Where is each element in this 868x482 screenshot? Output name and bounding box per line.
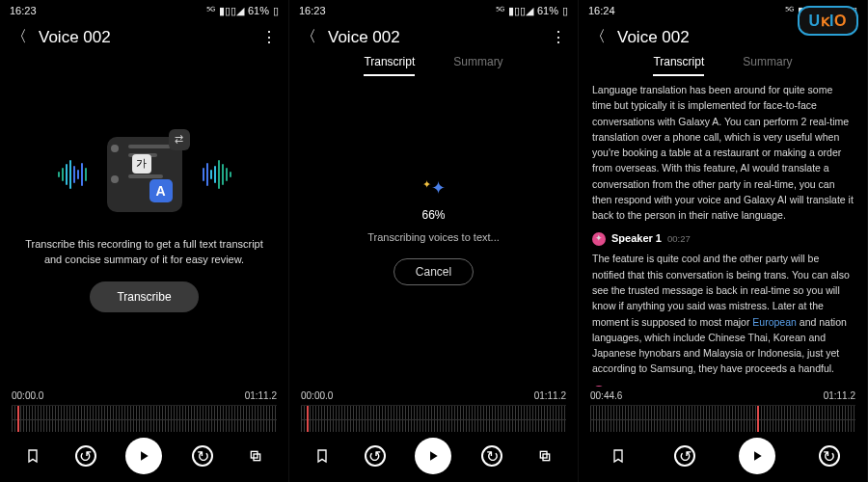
- transcript-segment: The feature is quite cool and the other …: [592, 251, 854, 376]
- status-signal-icon: ▮▯▯◢: [508, 5, 533, 17]
- speaker-header: ✦ Speaker 1 00:27: [592, 230, 854, 247]
- timeline[interactable]: 00:44.6 01:11.2: [579, 387, 867, 432]
- player-controls: [579, 432, 867, 482]
- play-button[interactable]: [125, 438, 162, 474]
- status-battery-icon: ▯: [273, 5, 279, 17]
- header: 〈 Voice 002 ⋮: [0, 21, 288, 51]
- tab-transcript[interactable]: Transcript: [653, 55, 704, 76]
- status-battery-icon: ▯: [562, 5, 568, 17]
- status-time: 16:23: [299, 5, 326, 16]
- transcript-intro: Language translation has been around for…: [592, 82, 854, 223]
- status-battery-text: 61%: [537, 5, 558, 16]
- progress-label: Transcribing voices to text...: [367, 231, 500, 243]
- cancel-button[interactable]: Cancel: [393, 258, 474, 285]
- forward-icon[interactable]: [481, 445, 502, 467]
- time-total: 01:11.2: [534, 390, 566, 401]
- page-title: Voice 002: [328, 28, 400, 47]
- play-button[interactable]: [415, 438, 451, 474]
- transcript-body[interactable]: Language translation has been around for…: [579, 76, 867, 387]
- player-controls: [0, 432, 288, 482]
- status-time: 16:24: [588, 5, 615, 16]
- crop-icon[interactable]: [532, 443, 557, 469]
- rewind-icon[interactable]: [674, 445, 695, 467]
- tab-summary[interactable]: Summary: [743, 55, 792, 76]
- forward-icon[interactable]: [819, 445, 840, 467]
- transcribe-button[interactable]: Transcribe: [90, 281, 198, 312]
- speaker-avatar-icon: ✦: [592, 232, 606, 246]
- transcribe-illustration: 가 A ⇄: [68, 126, 222, 223]
- forward-icon[interactable]: [192, 445, 213, 467]
- speaker-name: Speaker 1: [611, 230, 662, 247]
- player-controls: [289, 432, 578, 482]
- status-net-icon: ⁵ᴳ: [785, 5, 794, 17]
- swap-icon: ⇄: [169, 129, 190, 150]
- letter-a-icon: A: [149, 179, 173, 202]
- status-signal-icon: ▮▯▯◢: [219, 5, 244, 17]
- timeline[interactable]: 00:00.0 01:11.2: [0, 387, 288, 432]
- crop-icon[interactable]: [243, 443, 268, 469]
- bookmark-icon[interactable]: [20, 443, 45, 469]
- more-icon[interactable]: ⋮: [551, 28, 566, 46]
- svg-rect-1: [254, 454, 260, 461]
- status-bar: 16:23 ⁵ᴳ ▮▯▯◢ 61% ▯: [289, 0, 578, 21]
- time-total: 01:11.2: [245, 390, 277, 401]
- status-battery-text: 61%: [248, 5, 269, 16]
- tabs: Transcript Summary: [579, 51, 867, 76]
- status-net-icon: ⁵ᴳ: [496, 5, 504, 17]
- rewind-icon[interactable]: [365, 445, 386, 467]
- playhead[interactable]: [307, 406, 309, 432]
- tabs: Transcript Summary: [289, 51, 578, 76]
- time-current: 00:00.0: [301, 390, 333, 401]
- screen-transcribe-prompt: 16:23 ⁵ᴳ ▮▯▯◢ 61% ▯ 〈 Voice 002 ⋮: [0, 0, 289, 482]
- back-icon[interactable]: 〈: [12, 27, 27, 47]
- back-icon[interactable]: 〈: [301, 27, 316, 47]
- playhead[interactable]: [757, 406, 759, 432]
- bookmark-icon[interactable]: [310, 443, 335, 469]
- highlight-word: European: [752, 316, 797, 328]
- korean-char-icon: 가: [132, 154, 151, 174]
- screen-transcript-result: 16:24 ⁵ᴳ ▮▯▯◢ 61% ▯ 〈 Voice 002 Transcri…: [579, 0, 868, 482]
- page-title: Voice 002: [617, 28, 690, 47]
- back-icon[interactable]: 〈: [590, 27, 606, 47]
- bookmark-icon[interactable]: [606, 443, 631, 469]
- watermark-logo: UᴋIO: [798, 6, 858, 36]
- rewind-icon[interactable]: [75, 445, 96, 467]
- timeline[interactable]: 00:00.0 01:11.2: [289, 387, 578, 432]
- transcribe-description: Transcribe this recording to get a full …: [19, 236, 269, 268]
- page-title: Voice 002: [39, 28, 111, 47]
- time-current: 00:44.6: [590, 390, 622, 401]
- playhead[interactable]: [17, 406, 19, 432]
- tab-transcript[interactable]: Transcript: [364, 55, 415, 76]
- status-net-icon: ⁵ᴳ: [206, 5, 215, 17]
- progress-percent: 66%: [421, 208, 445, 222]
- more-icon[interactable]: ⋮: [261, 28, 277, 46]
- time-total: 01:11.2: [824, 390, 855, 401]
- time-current: 00:00.0: [12, 390, 43, 401]
- screen-transcribing-progress: 16:23 ⁵ᴳ ▮▯▯◢ 61% ▯ 〈 Voice 002 ⋮ Transc…: [289, 0, 579, 482]
- svg-rect-0: [251, 451, 258, 458]
- header: 〈 Voice 002 ⋮: [289, 21, 578, 51]
- tab-summary[interactable]: Summary: [453, 55, 502, 76]
- status-time: 16:23: [10, 5, 37, 16]
- status-bar: 16:23 ⁵ᴳ ▮▯▯◢ 61% ▯: [0, 0, 288, 21]
- sparkle-icon: ✦✦: [422, 177, 446, 199]
- play-button[interactable]: [739, 438, 775, 474]
- speaker-time: 00:27: [667, 232, 691, 247]
